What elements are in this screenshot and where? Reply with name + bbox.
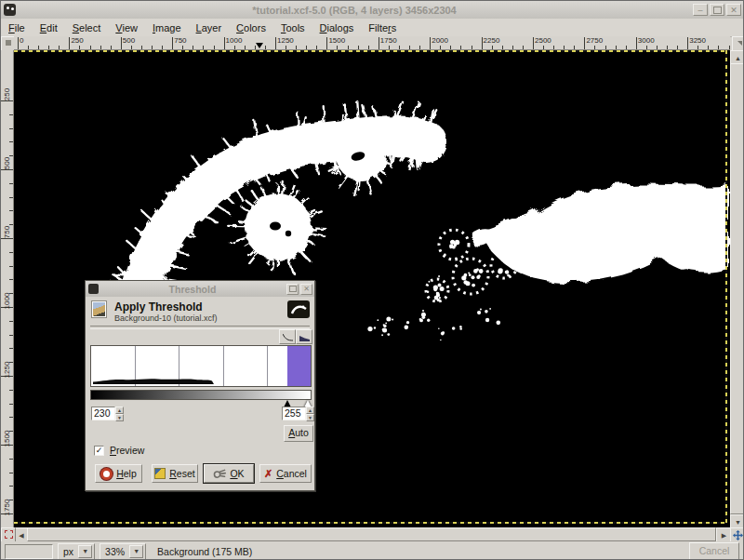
dialog-close-button[interactable]: ✕ [300, 284, 312, 295]
gimp-image-window: *tutorial.xcf-5.0 (RGB, 4 layers) 3456x2… [0, 0, 744, 560]
help-icon [100, 468, 113, 480]
preview-checkbox[interactable]: ✓ [94, 446, 104, 456]
dialog-button-row: Help Reset OK ✗ Cancel [95, 464, 305, 483]
hruler-label: 2250 [482, 36, 500, 45]
menu-select[interactable]: Select [65, 20, 109, 36]
low-spin-down-icon[interactable]: ▼ [115, 414, 124, 421]
menu-image[interactable]: Image [145, 20, 189, 36]
auto-button[interactable]: Auto [284, 425, 313, 442]
menu-bar: FileEditSelectViewImageLayerColorsToolsD… [1, 19, 743, 37]
low-spin-up-icon[interactable]: ▲ [115, 407, 124, 414]
quickmask-icon [5, 530, 13, 539]
maximize-icon [713, 7, 722, 14]
wilber-logo [287, 300, 310, 318]
high-spin-up-icon[interactable]: ▲ [306, 407, 314, 414]
dialog-title: Threshold [99, 284, 286, 295]
ruler-origin-icon [6, 40, 11, 46]
vruler-label: 750 [3, 219, 11, 247]
ok-hand-icon [213, 468, 226, 479]
preview-option[interactable]: ✓ Preview [94, 445, 144, 456]
vertical-scrollbar[interactable]: ▲ ▼ [730, 50, 744, 527]
menu-layer[interactable]: Layer [189, 20, 230, 36]
histogram-linear-button[interactable] [279, 329, 296, 344]
hruler-label: 1500 [326, 36, 345, 45]
menu-dialogs[interactable]: Dialogs [312, 20, 362, 36]
vertical-scroll-thumb[interactable] [730, 63, 744, 514]
unit-dropdown-icon[interactable]: ▼ [78, 545, 92, 558]
high-threshold-spinbox[interactable]: 255 ▲▼ [282, 407, 314, 420]
progress-cancel-button: Cancel [689, 542, 739, 560]
vertical-ruler[interactable]: 2505007501000125015001750 [1, 50, 14, 527]
menu-tools[interactable]: Tools [273, 20, 312, 36]
horizontal-scroll-thumb[interactable] [27, 527, 716, 541]
dialog-maximize-icon [289, 286, 297, 292]
dialog-maximize-button[interactable] [286, 284, 299, 295]
dialog-heading: Apply Threshold [114, 300, 203, 313]
reset-icon [154, 468, 166, 479]
menu-file[interactable]: File [1, 20, 33, 36]
minimize-button[interactable]: – [693, 4, 708, 16]
hruler-label: 1750 [379, 36, 397, 45]
menu-filters[interactable]: Filters [361, 20, 404, 36]
status-message: Background (175 MB) [157, 546, 689, 557]
threshold-histogram[interactable] [90, 345, 312, 387]
zoom-select[interactable]: 33% ▼ [100, 543, 146, 560]
vruler-label: 1250 [3, 356, 11, 384]
maximize-button[interactable] [710, 4, 724, 16]
unit-value: px [59, 546, 78, 557]
layer-boundary-bottom [14, 522, 727, 524]
dialog-subheading: Background-10 (tutorial.xcf) [114, 313, 218, 323]
layer-boundary-right [725, 50, 727, 524]
horizontal-ruler[interactable]: 0250500750100012501500175020002250250027… [14, 36, 730, 50]
menu-view[interactable]: View [108, 20, 145, 36]
navigation-cross-icon [733, 530, 743, 540]
hruler-label: 1000 [224, 36, 243, 45]
cancel-button[interactable]: ✗ Cancel [259, 464, 312, 483]
histogram-curve [91, 346, 309, 384]
zoom-dropdown-icon[interactable]: ▼ [129, 545, 143, 558]
low-threshold-value[interactable]: 230 [91, 407, 115, 420]
hruler-label: 2750 [584, 36, 603, 45]
cursor-position-field [5, 544, 53, 559]
window-titlebar[interactable]: *tutorial.xcf-5.0 (RGB, 4 layers) 3456x2… [1, 1, 743, 19]
hruler-label: 250 [69, 36, 83, 45]
hruler-label: 3250 [687, 36, 706, 45]
dialog-titlebar[interactable]: Threshold ✕ [86, 281, 314, 297]
menu-colors[interactable]: Colors [229, 20, 273, 36]
cancel-x-icon: ✗ [264, 468, 272, 480]
intensity-gradient-bar [90, 390, 312, 400]
horizontal-scrollbar[interactable]: ◀ ▶ [14, 527, 730, 541]
high-threshold-value[interactable]: 255 [282, 407, 306, 420]
vruler-label: 500 [3, 150, 11, 178]
threshold-dialog: Threshold ✕ Apply Threshold Background-1… [85, 280, 315, 491]
header-separator [90, 326, 310, 329]
hruler-label: 0 [18, 36, 23, 45]
close-button[interactable]: ✕ [726, 4, 741, 16]
hruler-label: 500 [121, 36, 135, 45]
high-spin-down-icon[interactable]: ▼ [306, 414, 314, 421]
reset-button[interactable]: Reset [152, 464, 198, 483]
histogram-log-button[interactable] [296, 329, 312, 344]
status-bar: px ▼ 33% ▼ Background (175 MB) Cancel [1, 541, 743, 560]
linear-histogram-icon [283, 333, 293, 341]
vruler-label: 1000 [3, 287, 11, 315]
zoom-value: 33% [100, 546, 129, 557]
hruler-label: 750 [172, 36, 186, 45]
preview-label: Preview [110, 445, 144, 456]
menu-edit[interactable]: Edit [33, 20, 65, 36]
unit-select[interactable]: px ▼ [58, 543, 95, 560]
pointer-position-marker [256, 43, 263, 48]
dialog-header: Apply Threshold Background-10 (tutorial.… [90, 300, 310, 323]
window-title: *tutorial.xcf-5.0 (RGB, 4 layers) 3456x2… [16, 5, 693, 16]
log-histogram-icon [299, 333, 310, 341]
low-threshold-spinbox[interactable]: 230 ▲▼ [91, 407, 124, 420]
ruler-end-icon [737, 41, 742, 46]
hruler-label: 3000 [636, 36, 655, 45]
ok-button[interactable]: OK [204, 464, 254, 483]
hruler-label: 2500 [533, 36, 551, 45]
layer-boundary-top [14, 50, 727, 52]
gimp-wilber-icon [4, 4, 16, 16]
hruler-label: 1250 [275, 36, 294, 45]
help-button[interactable]: Help [95, 464, 142, 483]
vruler-label: 250 [3, 81, 11, 109]
